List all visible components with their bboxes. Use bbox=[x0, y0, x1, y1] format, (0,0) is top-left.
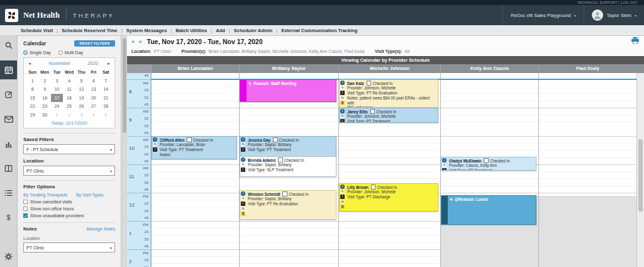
provider-header-michelle-johnson[interactable]: Michelle Johnson bbox=[338, 64, 440, 73]
checked-in-checkbox[interactable] bbox=[371, 185, 376, 190]
checked-in-checkbox[interactable] bbox=[278, 157, 283, 162]
alert-icon[interactable]: ! bbox=[241, 202, 245, 206]
provider-header-brittany-saylor[interactable]: Brittany Saylor bbox=[239, 64, 338, 73]
calendar-day[interactable]: 16 bbox=[38, 94, 50, 103]
edit-icon[interactable]: ✎ bbox=[241, 142, 245, 147]
alert-icon[interactable]: ! bbox=[241, 147, 245, 152]
print-icon[interactable] bbox=[631, 37, 639, 45]
calendar-day[interactable]: 4 bbox=[63, 77, 75, 86]
list-icon[interactable] bbox=[0, 183, 17, 202]
alert-icon[interactable]: ! bbox=[340, 91, 345, 95]
checkbox-row[interactable]: ✓Show unavailable providers bbox=[23, 213, 115, 218]
calendar-day[interactable]: 27 bbox=[87, 102, 99, 111]
calendar-day[interactable]: 5 bbox=[75, 77, 87, 86]
mail-icon[interactable] bbox=[0, 110, 17, 128]
appointment-brenda-adams[interactable]: i✎!Brenda AdamsChecked InProvider: Saylo… bbox=[240, 156, 336, 177]
info-icon[interactable]: i bbox=[153, 137, 157, 142]
info-icon[interactable]: i bbox=[241, 157, 245, 162]
copy-icon[interactable]: ⧉ bbox=[241, 207, 245, 211]
menu-item-add[interactable]: Add bbox=[216, 28, 225, 33]
edit-icon[interactable]: ✎ bbox=[340, 190, 345, 194]
appointment-lilly-brown[interactable]: i✎!⧉$Lilly BrownChecked InProvider: John… bbox=[339, 183, 438, 212]
checkbox-row[interactable]: Show cancelled visits bbox=[23, 200, 115, 204]
checked-in-checkbox[interactable] bbox=[484, 158, 489, 163]
appointment-dan-katz[interactable]: i✎!⧉$Dan KatzChecked InProvider: Johnson… bbox=[339, 79, 438, 108]
menu-item-scheduler-admin[interactable]: Scheduler Admin bbox=[234, 28, 272, 33]
environment-dropdown[interactable]: ReDoc xfit Sales Playground ▾ bbox=[502, 5, 583, 25]
info-icon[interactable]: i bbox=[340, 81, 345, 85]
info-icon[interactable]: i bbox=[241, 137, 245, 142]
alert-icon[interactable]: ! bbox=[442, 168, 447, 171]
calendar-day[interactable]: 2 bbox=[63, 111, 75, 120]
appointment-jessica-day[interactable]: i✎!Jessica DayChecked InProvider: Saylor… bbox=[240, 136, 336, 157]
panel-scrollbar[interactable] bbox=[121, 36, 127, 267]
notes-location-select[interactable]: PT Clinic ▾ bbox=[23, 242, 115, 253]
user-menu[interactable]: Taylor Stein ▾ bbox=[584, 5, 644, 25]
saved-filters-select[interactable]: F - PT Schedule ▾ bbox=[23, 144, 115, 154]
date-nav-arrows[interactable]: « » bbox=[131, 38, 143, 45]
manage-notes-link[interactable]: Manage Notes bbox=[86, 227, 115, 231]
grid-scrollbar[interactable] bbox=[636, 73, 644, 267]
menu-item-schedule-reserved-time[interactable]: Schedule Reserved Time bbox=[62, 28, 118, 33]
calendar-day[interactable]: 12 bbox=[75, 85, 87, 94]
calendar-day[interactable]: 29 bbox=[26, 111, 38, 120]
edit-icon[interactable]: ✎ bbox=[241, 196, 245, 201]
reserved-time-block[interactable]: ✎@Reason: Lunch bbox=[441, 195, 536, 225]
calendar-day[interactable]: 13 bbox=[87, 85, 99, 94]
calendar-day[interactable]: 10 bbox=[51, 85, 63, 94]
info-icon[interactable]: i bbox=[340, 185, 345, 189]
checked-in-checkbox[interactable] bbox=[282, 191, 287, 196]
checkbox-row[interactable]: Show non-office hours bbox=[23, 207, 115, 211]
location-select[interactable]: PT Clinic ▾ bbox=[23, 166, 115, 176]
calendar-year[interactable]: 2020 bbox=[87, 60, 98, 66]
calendar-day[interactable]: 22 bbox=[26, 102, 38, 111]
copy-icon[interactable]: ⧉ bbox=[340, 96, 345, 100]
appointment-gladys-mcelwain[interactable]: i✎!Gladys McElwainChecked InProvider: Ca… bbox=[441, 157, 536, 171]
dollar-icon[interactable]: $ bbox=[340, 101, 345, 105]
alert-icon[interactable]: ! bbox=[241, 168, 245, 172]
calendar-day[interactable]: 1 bbox=[51, 111, 63, 120]
checked-in-checkbox[interactable] bbox=[370, 109, 375, 114]
alert-icon[interactable]: ! bbox=[340, 119, 345, 123]
menu-item-system-messages[interactable]: System Messages bbox=[126, 28, 167, 33]
calendar-month[interactable]: November bbox=[31, 60, 87, 66]
reserved-time-block[interactable]: ✎Reason: Staff Meeting bbox=[240, 79, 336, 102]
calendar-day[interactable]: 4 bbox=[87, 111, 99, 120]
calendar-day[interactable]: 2 bbox=[38, 77, 50, 86]
copy-icon[interactable]: ⧉ bbox=[340, 200, 345, 204]
search-icon[interactable] bbox=[0, 36, 17, 55]
menu-item-schedule-visit[interactable]: Schedule Visit bbox=[21, 28, 53, 33]
checked-in-checkbox[interactable] bbox=[367, 81, 372, 86]
dollar-icon[interactable]: $ bbox=[241, 212, 245, 216]
edit-icon[interactable]: ✎ bbox=[340, 114, 345, 118]
provider-header-brian-lancaster[interactable]: Brian Lancaster bbox=[151, 64, 239, 73]
calendar-day[interactable]: 18 bbox=[63, 94, 75, 103]
calendar-day[interactable]: 6 bbox=[87, 77, 99, 86]
menu-item-external-communication-tracking[interactable]: External Communication Tracking bbox=[281, 28, 357, 33]
appointment-clifford-allen[interactable]: i✎!Clifford AllenChecked InProvider: Lan… bbox=[152, 136, 237, 159]
next-month-icon[interactable]: ► bbox=[107, 62, 111, 65]
filter-link-by-visit-types[interactable]: By Visit Types bbox=[76, 193, 104, 197]
calendar-day[interactable]: 14 bbox=[100, 85, 112, 94]
menu-item-batch-utilities[interactable]: Batch Utilities bbox=[175, 28, 207, 33]
calendar-day[interactable]: 17 bbox=[51, 94, 63, 103]
alert-icon[interactable]: ! bbox=[153, 147, 157, 152]
edit-icon[interactable]: ✎ bbox=[442, 163, 447, 168]
provider-header-paul-dudy[interactable]: Paul Dudy bbox=[538, 64, 636, 73]
filter-link-by-treating-therapists[interactable]: By Treating Therapists bbox=[23, 193, 67, 197]
utility-links[interactable]: TECHNICAL SUPPORT | LOG OUT bbox=[577, 1, 638, 4]
calendar-day[interactable]: 15 bbox=[26, 94, 38, 103]
calendar-day[interactable]: 5 bbox=[100, 111, 112, 120]
calendar-day[interactable]: 3 bbox=[51, 77, 63, 86]
checked-in-checkbox[interactable] bbox=[273, 137, 278, 142]
info-icon[interactable]: i bbox=[442, 158, 447, 162]
info-icon[interactable]: i bbox=[340, 109, 345, 113]
calendar-day[interactable]: 9 bbox=[38, 85, 50, 94]
reset-filters-button[interactable]: RESET FILTERS bbox=[74, 40, 115, 47]
multi-day-radio[interactable]: Multi Day bbox=[58, 50, 83, 55]
chart-icon[interactable] bbox=[0, 134, 17, 153]
calendar-day[interactable]: 11 bbox=[63, 85, 75, 94]
edit-icon[interactable]: ✎ bbox=[153, 142, 157, 147]
calendar-day[interactable]: 24 bbox=[51, 102, 63, 111]
calendar-day[interactable]: 19 bbox=[75, 94, 87, 103]
